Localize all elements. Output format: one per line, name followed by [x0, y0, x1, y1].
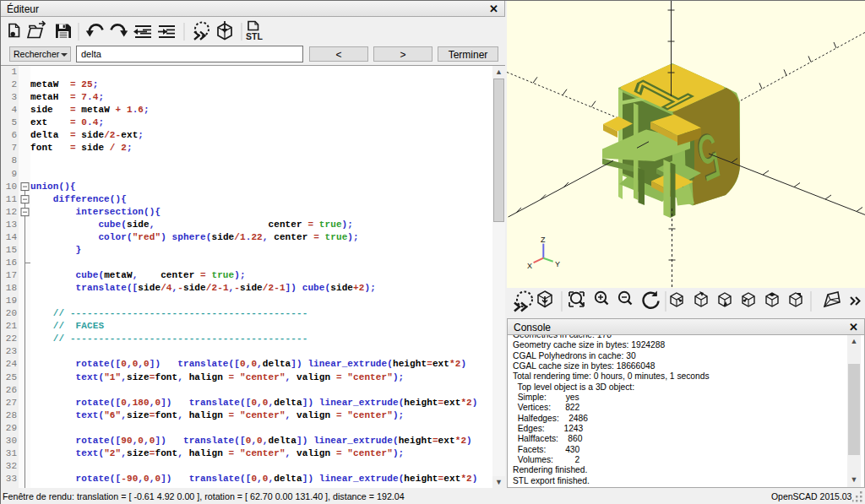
svg-text:Z: Z — [541, 236, 546, 244]
svg-text:STL: STL — [246, 31, 263, 41]
svg-text:Y: Y — [555, 260, 560, 268]
svg-text:X: X — [527, 262, 532, 270]
